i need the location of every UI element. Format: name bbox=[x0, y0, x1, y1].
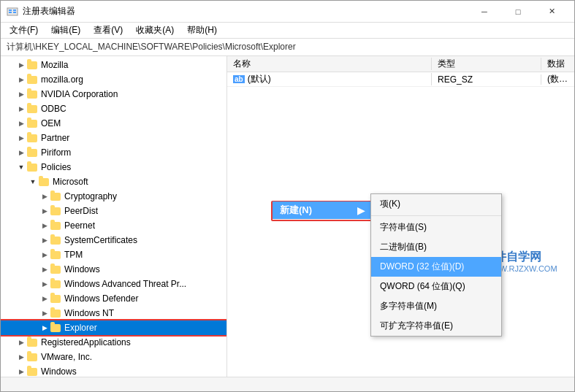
expand-arrow: ▶ bbox=[15, 366, 27, 377]
expand-arrow: ▶ bbox=[39, 322, 50, 334]
tree-item-tpm[interactable]: ▶ TPM bbox=[1, 247, 226, 262]
tree-label: NVIDIA Corporation bbox=[41, 89, 118, 99]
tree-item-piriform[interactable]: ▶ Piriform bbox=[1, 145, 226, 160]
tree-label: Mozilla bbox=[41, 60, 68, 70]
expand-arrow: ▶ bbox=[39, 307, 50, 319]
col-header-name: 名称 bbox=[227, 58, 432, 70]
watermark-line2: WWW.RJZXW.COM bbox=[484, 264, 557, 273]
ctx-item-string[interactable]: 字符串值(S) bbox=[371, 218, 501, 237]
row-type: REG_SZ bbox=[432, 74, 541, 85]
tree-item-microsoft[interactable]: ▼ Microsoft bbox=[1, 174, 226, 189]
watermark-line1: 软件自学网 bbox=[483, 250, 541, 265]
close-button[interactable]: ✕ bbox=[535, 1, 568, 23]
tree-item-peernet[interactable]: ▶ Peernet bbox=[1, 218, 226, 233]
expand-arrow: ▶ bbox=[15, 351, 27, 363]
tree-label: TPM bbox=[64, 250, 83, 260]
expand-arrow: ▶ bbox=[15, 88, 27, 100]
tree-item-cryptography[interactable]: ▶ Cryptography bbox=[1, 189, 226, 204]
menu-favorites[interactable]: 收藏夹(A) bbox=[130, 23, 180, 38]
tree-item-windows[interactable]: ▶ Windows bbox=[1, 262, 226, 277]
expand-arrow: ▶ bbox=[15, 118, 27, 129]
tree-label: OEM bbox=[41, 118, 61, 128]
folder-icon bbox=[50, 250, 62, 260]
ctx-item-qword[interactable]: QWORD (64 位值)(Q) bbox=[371, 277, 501, 296]
svg-rect-4 bbox=[13, 12, 16, 13]
ctx-item-binary[interactable]: 二进制值(B) bbox=[371, 237, 501, 257]
expand-arrow: ▶ bbox=[15, 59, 27, 71]
col-header-data: 数据 bbox=[541, 58, 574, 70]
tree-label: Windows Advanced Threat Pr... bbox=[64, 279, 186, 289]
tree-label: Peernet bbox=[64, 220, 95, 231]
expand-arrow: ▶ bbox=[39, 205, 50, 217]
tree-item-vmware[interactable]: ▶ VMware, Inc. bbox=[1, 350, 226, 364]
svg-rect-1 bbox=[9, 9, 12, 11]
minimize-button[interactable]: ─ bbox=[468, 1, 501, 23]
content-pane: 名称 类型 数据 ab (默认) REG_SZ (数值未设置) 新建(N) bbox=[227, 56, 574, 377]
tree-label: Windows Defender bbox=[64, 293, 138, 304]
svg-rect-2 bbox=[9, 12, 12, 13]
tree-item-windows2[interactable]: ▶ Windows bbox=[1, 364, 226, 377]
menu-edit[interactable]: 编辑(E) bbox=[45, 23, 86, 38]
tree-item-registeredapps[interactable]: ▶ RegisteredApplications bbox=[1, 335, 226, 350]
folder-icon bbox=[27, 366, 39, 377]
maximize-button[interactable]: □ bbox=[501, 1, 535, 23]
col-header-type: 类型 bbox=[432, 58, 541, 70]
tree-item-windowsdefender[interactable]: ▶ Windows Defender bbox=[1, 291, 226, 306]
app-icon bbox=[7, 6, 18, 18]
folder-icon bbox=[27, 147, 39, 158]
tree-item-policies[interactable]: ▼ Policies bbox=[1, 160, 226, 174]
context-overlay: 新建(N) ▶ 项(K) 字符串值(S) 二进制值(B) DWORD (32 位… bbox=[227, 56, 574, 377]
tree-item-oem[interactable]: ▶ OEM bbox=[1, 116, 226, 131]
tree-label: ODBC bbox=[41, 104, 66, 114]
expand-arrow: ▶ bbox=[39, 249, 50, 261]
tree-label: Policies bbox=[41, 162, 71, 172]
folder-icon bbox=[50, 323, 62, 333]
reg-type-badge: ab bbox=[233, 75, 245, 83]
folder-icon bbox=[50, 191, 62, 201]
expand-arrow: ▶ bbox=[39, 293, 50, 304]
expand-arrow: ▶ bbox=[39, 234, 50, 246]
tree-label: VMware, Inc. bbox=[41, 352, 92, 362]
expand-arrow: ▶ bbox=[15, 103, 27, 115]
ctx-item-key[interactable]: 项(K) bbox=[371, 194, 501, 214]
folder-icon bbox=[50, 220, 62, 231]
folder-icon bbox=[27, 60, 39, 70]
expand-arrow: ▶ bbox=[39, 264, 50, 275]
svg-rect-3 bbox=[13, 9, 16, 11]
window-controls: ─ □ ✕ bbox=[468, 1, 568, 23]
folder-icon bbox=[50, 308, 62, 318]
tree-item-mozilla[interactable]: ▶ Mozilla bbox=[1, 58, 226, 72]
folder-icon bbox=[50, 264, 62, 274]
status-bar bbox=[1, 377, 574, 391]
main-window: 注册表编辑器 ─ □ ✕ 文件(F) 编辑(E) 查看(V) 收藏夹(A) 帮助… bbox=[0, 0, 575, 392]
row-name: ab (默认) bbox=[227, 73, 432, 85]
menu-view[interactable]: 查看(V) bbox=[88, 23, 129, 38]
tree-pane[interactable]: ▶ Mozilla ▶ mozilla.org ▶ NVIDIA Corpora… bbox=[1, 56, 227, 377]
tree-item-explorer[interactable]: ▶ Explorer bbox=[1, 320, 226, 335]
tree-item-nvidia[interactable]: ▶ NVIDIA Corporation bbox=[1, 87, 226, 101]
ctx-item-dword[interactable]: DWORD (32 位值)(D) bbox=[371, 257, 501, 277]
ctx-item-expandstring[interactable]: 可扩充字符串值(E) bbox=[371, 316, 501, 336]
tree-item-systemcerts[interactable]: ▶ SystemCertificates bbox=[1, 233, 226, 247]
tree-item-mozillaorg[interactable]: ▶ mozilla.org bbox=[1, 72, 226, 87]
expand-arrow: ▶ bbox=[15, 147, 27, 158]
folder-icon bbox=[27, 162, 39, 172]
tree-item-windowsnt[interactable]: ▶ Windows NT bbox=[1, 306, 226, 320]
menu-file[interactable]: 文件(F) bbox=[4, 23, 44, 38]
table-row[interactable]: ab (默认) REG_SZ (数值未设置) bbox=[227, 72, 574, 87]
tree-label: Microsoft bbox=[53, 177, 88, 187]
table-header: 名称 类型 数据 bbox=[227, 56, 574, 72]
tree-item-peerdist[interactable]: ▶ PeerDist bbox=[1, 204, 226, 218]
menu-help[interactable]: 帮助(H) bbox=[181, 23, 223, 38]
new-button[interactable]: 新建(N) ▶ bbox=[273, 201, 372, 219]
tree-label: Windows bbox=[41, 366, 77, 377]
folder-icon bbox=[27, 104, 39, 114]
ctx-item-multistring[interactable]: 多字符串值(M) bbox=[371, 296, 501, 316]
tree-item-odbc[interactable]: ▶ ODBC bbox=[1, 101, 226, 116]
folder-icon bbox=[50, 279, 62, 289]
expand-arrow: ▶ bbox=[15, 337, 27, 348]
folder-icon bbox=[50, 293, 62, 304]
folder-icon bbox=[50, 206, 62, 216]
tree-item-windowsatp[interactable]: ▶ Windows Advanced Threat Pr... bbox=[1, 277, 226, 291]
tree-item-partner[interactable]: ▶ Partner bbox=[1, 131, 226, 145]
